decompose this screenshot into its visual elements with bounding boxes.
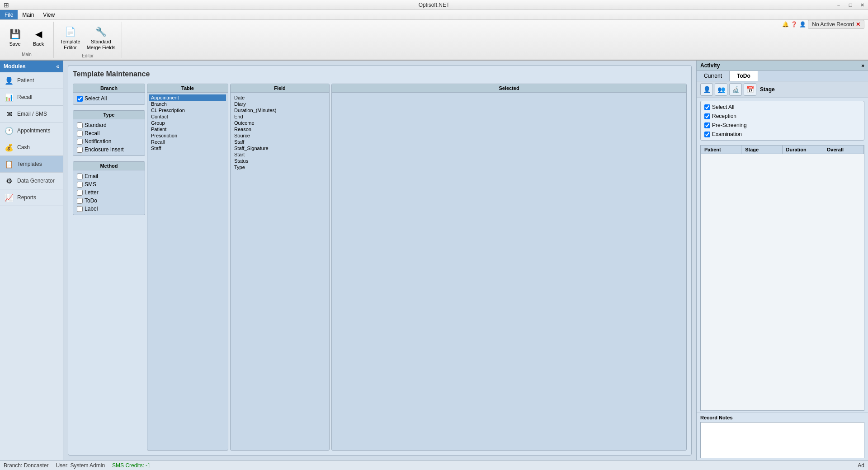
table-item-cl-prescription[interactable]: CL Prescription (149, 107, 226, 113)
table-item-branch[interactable]: Branch (149, 101, 226, 107)
type-enclosure-insert-checkbox[interactable] (77, 147, 83, 153)
method-todo: ToDo (75, 197, 143, 205)
menu-view[interactable]: View (38, 10, 59, 19)
method-label-checkbox[interactable] (77, 206, 83, 212)
status-branch: Branch: Doncaster (4, 462, 48, 469)
sidebar-item-appointments[interactable]: 🕐 Appointments (0, 122, 63, 139)
sidebar-item-email-sms[interactable]: ✉ Email / SMS (0, 106, 63, 122)
method-sms: SMS (75, 180, 143, 188)
field-item-staff[interactable]: Staff (232, 139, 327, 145)
stage-section: Select All Reception Pre-Screening Exami… (700, 101, 864, 141)
table-section-header: Table (147, 84, 228, 93)
sidebar-item-templates[interactable]: 📋 Templates (0, 156, 63, 173)
table-list-container[interactable]: Appointment Branch CL Prescription Conta… (147, 93, 228, 450)
table-item-appointment[interactable]: Appointment (149, 94, 226, 101)
table-item-group[interactable]: Group (149, 120, 226, 126)
branch-select-all: Select All (75, 94, 143, 103)
stage-label: Stage (760, 86, 775, 93)
sidebar-label-templates: Templates (17, 161, 42, 167)
record-notes-body[interactable] (700, 422, 864, 458)
type-notification-checkbox[interactable] (77, 139, 83, 145)
table-item-staff[interactable]: Staff (149, 145, 226, 151)
sidebar-item-patient[interactable]: 👤 Patient (0, 72, 63, 89)
save-button[interactable]: 💾 Save (4, 25, 26, 49)
table-item-prescription[interactable]: Prescription (149, 132, 226, 139)
notifications-icon[interactable]: 🔔 (782, 21, 789, 28)
data-generator-icon: ⚙ (4, 175, 14, 186)
activity-table: Patient Stage Duration Overall (700, 145, 864, 411)
stage-icon-person1[interactable]: 👤 (700, 83, 713, 96)
table-item-contact[interactable]: Contact (149, 113, 226, 120)
type-recall: Recall (75, 129, 143, 137)
method-label-label: Label (85, 206, 98, 212)
field-list: Date Diary Duration_(Minutes) End Outcom… (231, 93, 329, 172)
field-item-staff-signature[interactable]: Staff_Signature (232, 145, 327, 151)
sidebar-collapse-icon[interactable]: « (56, 63, 59, 70)
field-item-date[interactable]: Date (232, 94, 327, 101)
close-button[interactable]: ✕ (856, 0, 868, 10)
stage-icon-microscope[interactable]: 🔬 (729, 83, 742, 96)
no-active-close-button[interactable]: ✕ (856, 21, 860, 28)
table-list: Appointment Branch CL Prescription Conta… (147, 93, 228, 153)
method-letter-checkbox[interactable] (77, 190, 83, 196)
activity-expand-icon[interactable]: » (861, 62, 864, 69)
field-item-duration[interactable]: Duration_(Minutes) (232, 107, 327, 113)
type-notification: Notification (75, 137, 143, 146)
top-right-bar: 🔔 ❓ 👤 No Active Record ✕ (782, 20, 868, 29)
standard-merge-fields-label: Standard Merge Fields (87, 39, 116, 51)
menu-main[interactable]: Main (18, 10, 38, 19)
type-recall-checkbox[interactable] (77, 131, 83, 136)
status-right-label: Ad (858, 462, 864, 469)
stage-pre-screening-checkbox[interactable] (704, 122, 710, 128)
field-item-diary[interactable]: Diary (232, 101, 327, 107)
type-section-header: Type (73, 111, 145, 119)
record-notes-section: Record Notes (697, 413, 868, 460)
sidebar-item-reports[interactable]: 📈 Reports (0, 189, 63, 206)
field-item-type[interactable]: Type (232, 164, 327, 170)
activity-table-body[interactable] (701, 154, 864, 408)
back-button[interactable]: ◀ Back (27, 25, 50, 49)
stage-icon-group[interactable]: 👥 (715, 83, 727, 96)
tab-todo[interactable]: ToDo (730, 71, 758, 81)
method-todo-label: ToDo (85, 197, 97, 204)
stage-examination-checkbox[interactable] (704, 132, 710, 137)
sidebar-item-data-generator[interactable]: ⚙ Data Generator (0, 173, 63, 189)
branch-select-all-checkbox[interactable] (77, 96, 83, 102)
no-active-record: No Active Record ✕ (808, 20, 864, 29)
stage-reception-checkbox[interactable] (704, 113, 710, 119)
method-email-checkbox[interactable] (77, 174, 83, 179)
field-item-outcome[interactable]: Outcome (232, 120, 327, 126)
stage-icon-calendar[interactable]: 📅 (744, 83, 756, 96)
field-item-reason[interactable]: Reason (232, 126, 327, 132)
table-item-patient[interactable]: Patient (149, 126, 226, 132)
standard-merge-fields-button[interactable]: 🔧 Standard Merge Fields (84, 23, 118, 52)
field-item-status[interactable]: Status (232, 158, 327, 164)
sidebar-item-cash[interactable]: 💰 Cash (0, 139, 63, 156)
menu-file[interactable]: File (0, 10, 18, 19)
sidebar-item-recall[interactable]: 📊 Recall (0, 89, 63, 106)
type-standard-checkbox[interactable] (77, 122, 83, 128)
type-standard: Standard (75, 121, 143, 129)
method-todo-checkbox[interactable] (77, 198, 83, 204)
user-icon[interactable]: 👤 (799, 21, 806, 28)
table-item-recall[interactable]: Recall (149, 139, 226, 145)
method-sms-checkbox[interactable] (77, 182, 83, 188)
email-sms-icon: ✉ (4, 108, 14, 119)
ribbon-group-main: 💾 Save ◀ Back Main (0, 22, 54, 58)
field-item-source[interactable]: Source (232, 132, 327, 139)
stage-select-all-label: Select All (712, 104, 734, 110)
method-section-body: Email SMS Letter (73, 170, 145, 215)
field-column: Field Date Diary Duration_(Minutes) End … (230, 84, 330, 451)
stage-select-all-checkbox[interactable] (704, 104, 710, 110)
help-icon[interactable]: ❓ (791, 21, 797, 28)
tab-current[interactable]: Current (697, 71, 730, 81)
col-overall: Overall (823, 146, 864, 154)
selected-list-container[interactable] (332, 93, 686, 450)
field-item-end[interactable]: End (232, 113, 327, 120)
minimize-button[interactable]: − (833, 0, 844, 10)
restore-button[interactable]: □ (844, 0, 856, 10)
stage-select-all: Select All (703, 103, 862, 111)
template-editor-button[interactable]: 📄 Template Editor (57, 23, 83, 52)
field-item-start[interactable]: Start (232, 151, 327, 158)
field-list-container[interactable]: Date Diary Duration_(Minutes) End Outcom… (231, 93, 329, 450)
